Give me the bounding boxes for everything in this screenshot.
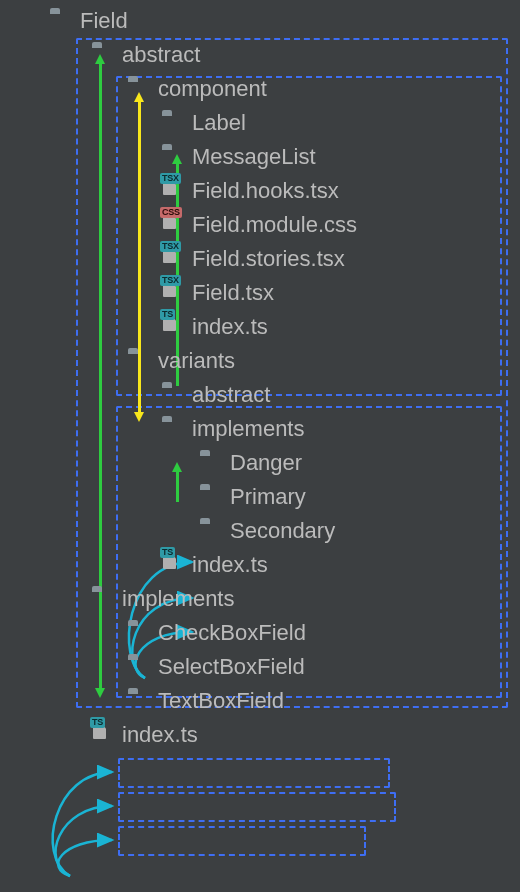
tree-label: Field.module.css bbox=[192, 212, 357, 238]
tree-label: component bbox=[158, 76, 267, 102]
tree-label: index.ts bbox=[192, 552, 268, 578]
tree-item-field-stories[interactable]: Field.stories.tsx bbox=[0, 242, 520, 276]
tree-item-field-tsx[interactable]: Field.tsx bbox=[0, 276, 520, 310]
tree-label: MessageList bbox=[192, 144, 316, 170]
ts-file-icon bbox=[162, 318, 182, 336]
tree-item-abstract[interactable]: abstract bbox=[0, 38, 520, 72]
tree-item-field-hooks[interactable]: Field.hooks.tsx bbox=[0, 174, 520, 208]
ts-file-icon bbox=[92, 726, 112, 744]
tree-label: CheckBoxField bbox=[158, 620, 306, 646]
ts-file-icon bbox=[162, 556, 182, 574]
tree-label: Secondary bbox=[230, 518, 335, 544]
folder-icon bbox=[128, 624, 148, 642]
tree-label: Field.hooks.tsx bbox=[192, 178, 339, 204]
tree-label: abstract bbox=[122, 42, 200, 68]
tree-label: Field bbox=[80, 8, 128, 34]
tree-label: SelectBoxField bbox=[158, 654, 305, 680]
tree-label: Danger bbox=[230, 450, 302, 476]
file-tree: Field abstract component Label MessageLi… bbox=[0, 0, 520, 752]
folder-icon bbox=[162, 148, 182, 166]
tsx-file-icon bbox=[162, 250, 182, 268]
tree-item-textboxfield[interactable]: TextBoxField bbox=[0, 684, 520, 718]
folder-icon bbox=[128, 658, 148, 676]
tree-label: implements bbox=[122, 586, 234, 612]
tree-label: Field.stories.tsx bbox=[192, 246, 345, 272]
tree-label: variants bbox=[158, 348, 235, 374]
tsx-file-icon bbox=[162, 182, 182, 200]
folder-icon bbox=[128, 80, 148, 98]
tree-label: abstract bbox=[192, 382, 270, 408]
tree-item-primary[interactable]: Primary bbox=[0, 480, 520, 514]
tree-label: TextBoxField bbox=[158, 688, 284, 714]
tree-item-field[interactable]: Field bbox=[0, 4, 520, 38]
tree-item-variants[interactable]: variants bbox=[0, 344, 520, 378]
css-file-icon bbox=[162, 216, 182, 234]
tree-item-implements-index[interactable]: index.ts bbox=[0, 718, 520, 752]
tree-item-variants-abstract[interactable]: abstract bbox=[0, 378, 520, 412]
folder-icon bbox=[200, 522, 220, 540]
tree-label: Label bbox=[192, 110, 246, 136]
tsx-file-icon bbox=[162, 284, 182, 302]
tree-item-secondary[interactable]: Secondary bbox=[0, 514, 520, 548]
tree-item-selectboxfield[interactable]: SelectBoxField bbox=[0, 650, 520, 684]
folder-icon bbox=[162, 420, 182, 438]
tree-item-field-module-css[interactable]: Field.module.css bbox=[0, 208, 520, 242]
tree-item-danger[interactable]: Danger bbox=[0, 446, 520, 480]
folder-icon bbox=[128, 352, 148, 370]
tree-item-variants-implements[interactable]: implements bbox=[0, 412, 520, 446]
tree-item-messagelist-folder[interactable]: MessageList bbox=[0, 140, 520, 174]
folder-icon bbox=[200, 488, 220, 506]
tree-label: index.ts bbox=[192, 314, 268, 340]
tree-item-variants-index[interactable]: index.ts bbox=[0, 548, 520, 582]
tree-label: implements bbox=[192, 416, 304, 442]
folder-icon bbox=[92, 46, 112, 64]
tree-item-component-index[interactable]: index.ts bbox=[0, 310, 520, 344]
tree-item-component[interactable]: component bbox=[0, 72, 520, 106]
folder-icon bbox=[92, 590, 112, 608]
folder-icon bbox=[162, 386, 182, 404]
tree-label: Field.tsx bbox=[192, 280, 274, 306]
folder-icon bbox=[162, 114, 182, 132]
tree-item-implements[interactable]: implements bbox=[0, 582, 520, 616]
tree-label: Primary bbox=[230, 484, 306, 510]
tree-label: index.ts bbox=[122, 722, 198, 748]
tree-item-label-folder[interactable]: Label bbox=[0, 106, 520, 140]
folder-icon bbox=[128, 692, 148, 710]
folder-icon bbox=[200, 454, 220, 472]
folder-icon bbox=[50, 12, 70, 30]
tree-item-checkboxfield[interactable]: CheckBoxField bbox=[0, 616, 520, 650]
